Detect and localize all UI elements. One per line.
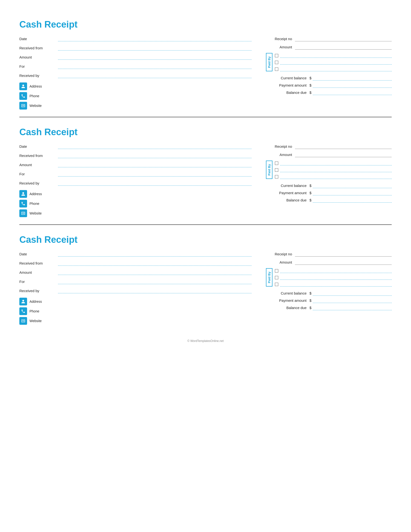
balance-due-dollar-3: $	[309, 306, 311, 310]
paid-by-line-3-3[interactable]	[280, 282, 392, 286]
received-by-line-2[interactable]	[58, 181, 252, 186]
right-amount-label-3: Amount	[266, 260, 295, 265]
checkbox-3-1[interactable]	[275, 67, 278, 71]
payment-amount-label-1: Payment amount	[266, 83, 309, 88]
paid-by-section-1: Paid By	[266, 53, 392, 71]
balance-due-row-3: Balance due $	[266, 305, 392, 310]
payment-amount-dollar-2: $	[309, 191, 311, 195]
received-from-field-1: Received from	[19, 46, 252, 50]
right-amount-row-3: Amount	[266, 260, 392, 265]
checkbox-3-3[interactable]	[275, 283, 278, 286]
left-col-3: Date Received from Amount For Recei	[19, 252, 266, 325]
right-amount-line-2[interactable]	[295, 152, 392, 157]
paid-by-line-1-2[interactable]	[280, 161, 392, 165]
checkbox-1-1[interactable]	[275, 54, 278, 57]
amount-line-1[interactable]	[58, 55, 252, 60]
paid-by-options-2	[275, 161, 392, 179]
checkbox-1-3[interactable]	[275, 269, 278, 273]
for-field-1: For	[19, 64, 252, 69]
received-by-label-2: Received by	[19, 181, 58, 186]
phone-row-3: Phone	[19, 307, 252, 315]
received-from-line-2[interactable]	[58, 153, 252, 158]
paid-by-option-1-1	[275, 53, 392, 58]
checkbox-3-2[interactable]	[275, 175, 278, 179]
address-row-1: Address	[19, 83, 252, 90]
paid-by-line-3-1[interactable]	[280, 66, 392, 71]
paid-by-line-1-1[interactable]	[280, 53, 392, 58]
receipt-no-line-3[interactable]	[295, 252, 392, 256]
paid-by-line-2-3[interactable]	[280, 275, 392, 280]
received-by-line-3[interactable]	[58, 288, 252, 293]
balance-section-3: Current balance $ Payment amount $ Balan…	[266, 291, 392, 310]
right-amount-line-3[interactable]	[295, 260, 392, 265]
date-line-2[interactable]	[58, 144, 252, 149]
paid-by-line-2-2[interactable]	[280, 167, 392, 172]
current-balance-label-3: Current balance	[266, 291, 309, 296]
balance-due-line-3[interactable]	[313, 305, 392, 310]
for-field-3: For	[19, 279, 252, 284]
right-amount-label-1: Amount	[266, 45, 295, 50]
payment-amount-dollar-1: $	[309, 83, 311, 88]
receipt-no-line-2[interactable]	[295, 144, 392, 149]
receipt-no-line-1[interactable]	[295, 37, 392, 41]
date-label-2: Date	[19, 144, 58, 149]
checkbox-2-3[interactable]	[275, 276, 278, 279]
right-amount-row-1: Amount	[266, 45, 392, 50]
website-row-3: Website	[19, 317, 252, 325]
phone-label-3: Phone	[29, 309, 39, 313]
phone-label-1: Phone	[29, 94, 39, 98]
right-amount-label-2: Amount	[266, 152, 295, 157]
date-line-3[interactable]	[58, 252, 252, 256]
paid-by-line-2-1[interactable]	[280, 60, 392, 65]
received-from-label-1: Received from	[19, 46, 58, 50]
current-balance-line-3[interactable]	[313, 291, 392, 296]
footer-icons-3: Address Phone Website	[19, 298, 252, 325]
checkbox-2-1[interactable]	[275, 61, 278, 64]
amount-label-1: Amount	[19, 55, 58, 60]
received-from-line-3[interactable]	[58, 261, 252, 266]
receipt-no-label-2: Receipt no	[266, 144, 295, 149]
balance-due-label-1: Balance due	[266, 90, 309, 95]
amount-line-2[interactable]	[58, 162, 252, 167]
paid-by-line-3-2[interactable]	[280, 174, 392, 179]
received-by-field-3: Received by	[19, 288, 252, 293]
receipt-no-label-3: Receipt no	[266, 252, 295, 256]
paid-by-options-3	[275, 268, 392, 286]
for-line-3[interactable]	[58, 279, 252, 284]
balance-due-line-1[interactable]	[313, 90, 392, 95]
date-line-1[interactable]	[58, 37, 252, 41]
received-by-line-1[interactable]	[58, 73, 252, 78]
checkbox-2-2[interactable]	[275, 168, 278, 172]
payment-amount-label-3: Payment amount	[266, 298, 309, 303]
payment-amount-line-2[interactable]	[313, 190, 392, 195]
date-field-1: Date	[19, 37, 252, 41]
balance-due-row-2: Balance due $	[266, 198, 392, 203]
amount-label-2: Amount	[19, 163, 58, 167]
received-by-field-1: Received by	[19, 73, 252, 78]
footer-icons-2: Address Phone Website	[19, 190, 252, 217]
for-label-1: For	[19, 64, 58, 69]
website-label-2: Website	[29, 211, 42, 215]
payment-amount-line-3[interactable]	[313, 298, 392, 303]
current-balance-line-2[interactable]	[313, 183, 392, 188]
payment-amount-row-2: Payment amount $	[266, 190, 392, 195]
amount-line-3[interactable]	[58, 270, 252, 275]
receipt-title-3: Cash Receipt	[19, 235, 392, 245]
for-line-1[interactable]	[58, 64, 252, 69]
payment-amount-line-1[interactable]	[313, 83, 392, 88]
payment-amount-row-1: Payment amount $	[266, 83, 392, 88]
balance-due-line-2[interactable]	[313, 198, 392, 203]
paid-by-label-2: Paid By	[266, 161, 272, 179]
for-label-2: For	[19, 172, 58, 177]
received-from-line-1[interactable]	[58, 46, 252, 50]
for-line-2[interactable]	[58, 172, 252, 177]
current-balance-line-1[interactable]	[313, 76, 392, 81]
phone-icon-2	[19, 200, 27, 208]
address-icon-1	[19, 83, 27, 90]
date-label-3: Date	[19, 252, 58, 256]
checkbox-1-2[interactable]	[275, 162, 278, 165]
right-amount-line-1[interactable]	[295, 45, 392, 50]
address-label-1: Address	[29, 84, 42, 88]
paid-by-line-1-3[interactable]	[280, 268, 392, 273]
paid-by-option-2-1	[275, 60, 392, 65]
